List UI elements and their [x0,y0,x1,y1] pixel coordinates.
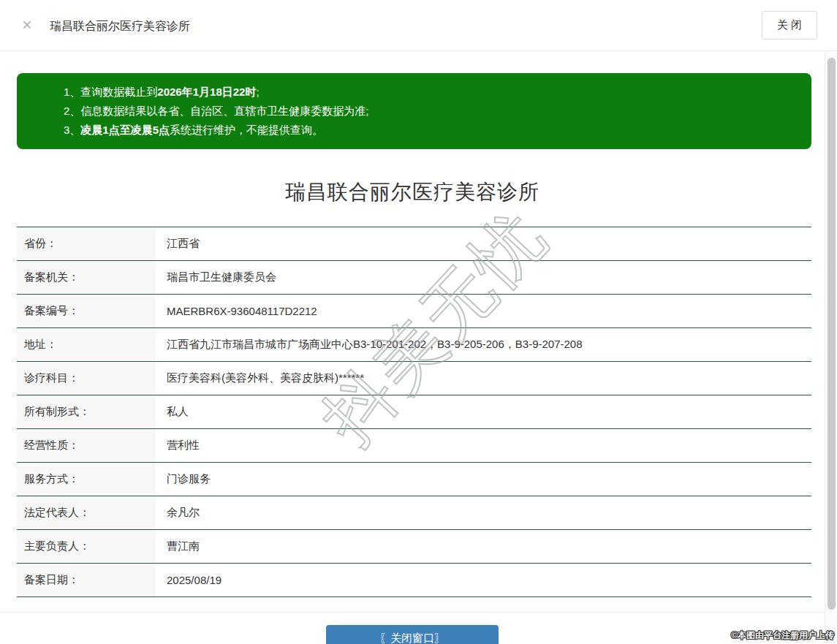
page-title: 瑞昌联合丽尔医疗美容诊所 [0,178,825,206]
field-label: 备案日期： [17,564,156,597]
field-value: 医疗美容科(美容外科、美容皮肤科)****** [156,362,811,395]
field-label: 服务方式： [17,463,156,496]
field-value: MAERBR6X-936048117D2212 [156,295,811,328]
table-row-principal: 主要负责人： 曹江南 [17,530,811,564]
notice-line-3: 3、凌晨1点至凌晨5点系统进行维护，不能提供查询。 [64,121,797,140]
table-row-treatment-subjects: 诊疗科目： 医疗美容科(美容外科、美容皮肤科)****** [17,362,811,395]
table-row-ownership-form: 所有制形式： 私人 [17,395,811,429]
copyright-stamp: ©本图由平台注册用户上传 [731,629,834,642]
field-value: 私人 [156,395,811,429]
table-row-record-authority: 备案机关： 瑞昌市卫生健康委员会 [17,261,811,295]
field-label: 省份： [17,227,156,261]
notice-box: 1、查询数据截止到2026年1月18日22时; 2、信息数据结果以各省、自治区、… [17,73,811,149]
field-label: 备案机关： [17,261,156,295]
close-window-button[interactable]: 〖关闭窗口〗 [326,625,499,644]
table-row-province: 省份： 江西省 [17,227,811,261]
field-value: 余凡尔 [156,496,811,530]
window-header: × 瑞昌联合丽尔医疗美容诊所 关 闭 [0,0,837,51]
table-row-business-nature: 经营性质： 营利性 [17,429,811,463]
table-row-address: 地址： 江西省九江市瑞昌市城市广场商业中心B3-10-201-202，B3-9-… [17,328,811,362]
table-row-record-number: 备案编号： MAERBR6X-936048117D2212 [17,295,811,328]
field-value: 江西省九江市瑞昌市城市广场商业中心B3-10-201-202，B3-9-205-… [156,328,811,362]
field-value: 江西省 [156,227,811,261]
field-label: 备案编号： [17,295,156,328]
field-label: 诊疗科目： [17,362,156,395]
close-x-icon[interactable]: × [22,16,32,34]
field-value: 瑞昌市卫生健康委员会 [156,261,811,295]
table-row-legal-representative: 法定代表人： 余凡尔 [17,496,811,530]
field-value: 2025/08/19 [156,564,811,597]
field-label: 地址： [17,328,156,362]
field-label: 主要负责人： [17,530,156,564]
field-value: 营利性 [156,429,811,463]
vertical-scrollbar-thumb[interactable] [827,58,836,610]
field-value: 门诊服务 [156,463,811,496]
field-label: 经营性质： [17,429,156,463]
notice-line-1: 1、查询数据截止到2026年1月18日22时; [64,83,797,102]
field-label: 法定代表人： [17,496,156,530]
table-row-service-mode: 服务方式： 门诊服务 [17,463,811,496]
field-label: 所有制形式： [17,395,156,429]
close-button[interactable]: 关 闭 [762,11,817,39]
footer-bar: 〖关闭窗口〗 [0,612,825,644]
vertical-scrollbar-track[interactable] [825,52,837,644]
field-value: 曹江南 [156,530,811,564]
record-table: 省份： 江西省 备案机关： 瑞昌市卫生健康委员会 备案编号： MAERBR6X-… [17,227,811,597]
table-row-record-date: 备案日期： 2025/08/19 [17,564,811,597]
notice-line-2: 2、信息数据结果以各省、自治区、直辖市卫生健康委数据为准; [64,102,797,121]
window-title: 瑞昌联合丽尔医疗美容诊所 [50,19,190,34]
content-area: 1、查询数据截止到2026年1月18日22时; 2、信息数据结果以各省、自治区、… [0,73,825,644]
record-detail-window: × 瑞昌联合丽尔医疗美容诊所 关 闭 1、查询数据截止到2026年1月18日22… [0,0,837,644]
